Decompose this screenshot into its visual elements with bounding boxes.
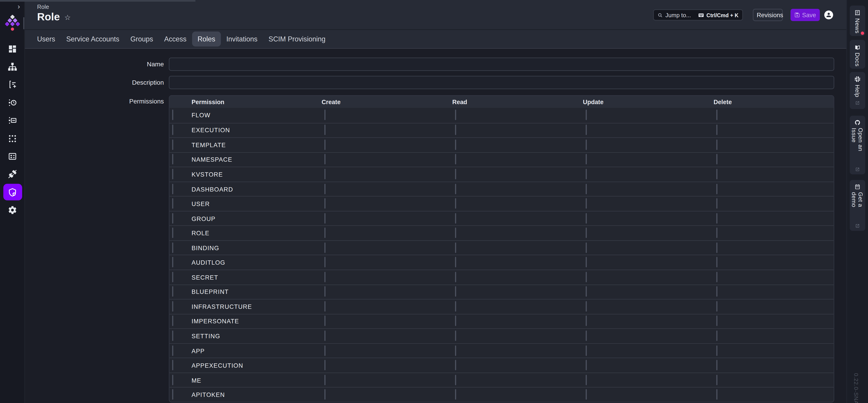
create-checkbox[interactable] [324,257,326,267]
create-checkbox[interactable] [324,183,326,194]
create-checkbox[interactable] [324,242,326,253]
read-checkbox[interactable] [455,140,456,150]
read-checkbox[interactable] [455,169,456,179]
read-checkbox[interactable] [455,316,456,326]
create-checkbox[interactable] [324,228,326,238]
row-select-checkbox[interactable] [172,374,173,385]
create-checkbox[interactable] [324,330,326,341]
read-checkbox[interactable] [455,330,456,341]
sidebar-item-settings[interactable] [0,201,25,219]
create-checkbox[interactable] [324,213,326,223]
row-select-checkbox[interactable] [172,125,173,135]
update-checkbox[interactable] [586,110,587,120]
save-button[interactable]: Save [790,9,820,21]
read-checkbox[interactable] [455,360,456,370]
read-checkbox[interactable] [455,110,456,120]
delete-checkbox[interactable] [716,345,717,356]
read-checkbox[interactable] [455,286,456,297]
update-checkbox[interactable] [586,198,587,208]
delete-checkbox[interactable] [716,286,717,297]
kestra-logo[interactable] [3,14,22,31]
row-select-checkbox[interactable] [172,272,173,282]
delete-checkbox[interactable] [716,125,717,135]
row-select-checkbox[interactable] [172,183,173,194]
row-select-checkbox[interactable] [172,389,173,400]
delete-checkbox[interactable] [716,183,717,194]
row-select-checkbox[interactable] [172,360,173,370]
create-checkbox[interactable] [324,272,326,282]
delete-checkbox[interactable] [716,301,717,312]
read-checkbox[interactable] [455,257,456,267]
read-checkbox[interactable] [455,213,456,223]
rail-button-open-an-issue[interactable]: Open an Issue [850,116,865,174]
update-checkbox[interactable] [586,330,587,341]
row-select-checkbox[interactable] [172,301,173,312]
update-checkbox[interactable] [586,213,587,223]
rail-button-get-a-demo[interactable]: Get a demo [850,180,865,231]
create-checkbox[interactable] [324,301,326,312]
read-checkbox[interactable] [455,374,456,385]
top-scrollbar-thumb[interactable] [0,0,195,1]
delete-checkbox[interactable] [716,242,717,253]
row-select-checkbox[interactable] [172,140,173,150]
tab-invitations[interactable]: Invitations [221,31,263,47]
row-select-checkbox[interactable] [172,110,173,120]
row-select-checkbox[interactable] [172,316,173,326]
sidebar-scrollbar-thumb[interactable] [23,17,25,29]
create-checkbox[interactable] [324,169,326,179]
delete-checkbox[interactable] [716,389,717,400]
read-checkbox[interactable] [455,301,456,312]
delete-checkbox[interactable] [716,374,717,385]
delete-checkbox[interactable] [716,110,717,120]
update-checkbox[interactable] [586,286,587,297]
update-checkbox[interactable] [586,345,587,356]
update-checkbox[interactable] [586,316,587,326]
create-checkbox[interactable] [324,140,326,150]
row-select-checkbox[interactable] [172,330,173,341]
delete-checkbox[interactable] [716,316,717,326]
read-checkbox[interactable] [455,198,456,208]
row-select-checkbox[interactable] [172,345,173,356]
rail-button-docs[interactable]: Docs [850,40,865,68]
row-select-checkbox[interactable] [172,286,173,297]
read-checkbox[interactable] [455,228,456,238]
delete-checkbox[interactable] [716,330,717,341]
tab-access[interactable]: Access [159,31,192,47]
delete-checkbox[interactable] [716,228,717,238]
create-checkbox[interactable] [324,374,326,385]
jump-to-search[interactable]: Ctrl/Cmd + K [653,9,743,21]
create-checkbox[interactable] [324,125,326,135]
sidebar-item-executions[interactable] [0,76,25,93]
tab-groups[interactable]: Groups [125,31,159,47]
sidebar-item-logs[interactable] [0,94,25,112]
sidebar-item-administration[interactable] [0,183,25,201]
read-checkbox[interactable] [455,389,456,400]
update-checkbox[interactable] [586,272,587,282]
read-checkbox[interactable] [455,345,456,356]
row-select-checkbox[interactable] [172,198,173,208]
sidebar-item-blueprints[interactable] [0,129,25,147]
description-field[interactable] [169,76,834,89]
row-select-checkbox[interactable] [172,257,173,267]
sidebar-item-plugins[interactable] [0,165,25,183]
breadcrumb[interactable]: Role [37,3,49,10]
row-select-checkbox[interactable] [172,169,173,179]
row-select-checkbox[interactable] [172,228,173,238]
update-checkbox[interactable] [586,257,587,267]
delete-checkbox[interactable] [716,198,717,208]
update-checkbox[interactable] [586,140,587,150]
update-checkbox[interactable] [586,154,587,165]
sidebar-item-flows[interactable] [0,58,25,76]
delete-checkbox[interactable] [716,169,717,179]
revisions-button[interactable]: Revisions [753,9,783,21]
favorite-star-icon[interactable]: ☆ [64,13,71,21]
name-field[interactable] [169,58,834,71]
create-checkbox[interactable] [324,389,326,400]
create-checkbox[interactable] [324,154,326,165]
create-checkbox[interactable] [324,360,326,370]
tab-service-accounts[interactable]: Service Accounts [61,31,125,47]
delete-checkbox[interactable] [716,257,717,267]
create-checkbox[interactable] [324,286,326,297]
read-checkbox[interactable] [455,272,456,282]
read-checkbox[interactable] [455,183,456,194]
